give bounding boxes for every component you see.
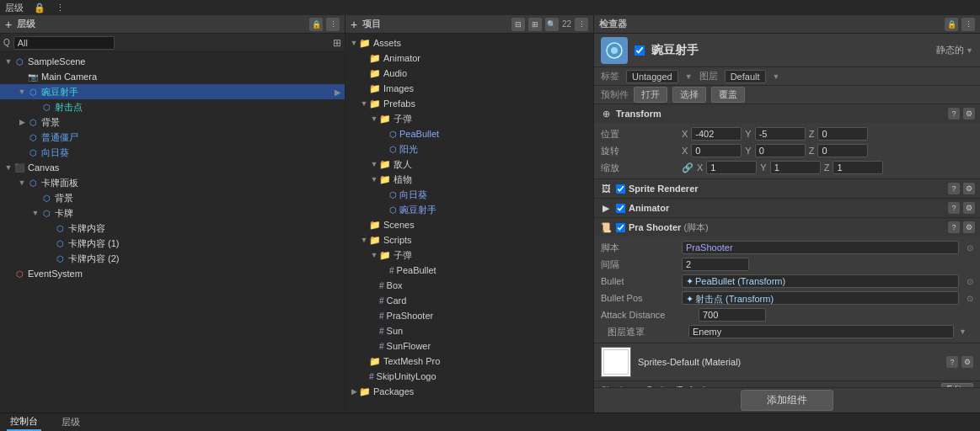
- folder-enemies[interactable]: ▼ 📁 敌人: [345, 157, 593, 172]
- pra-shooter-settings-btn[interactable]: ⚙: [963, 221, 975, 233]
- file-box-script[interactable]: # Box: [345, 278, 593, 293]
- tree-item-cardcontent1[interactable]: ⬡ 卡牌内容 (1): [0, 236, 345, 251]
- scale-z-input[interactable]: [833, 161, 883, 174]
- pra-shooter-help-btn[interactable]: ?: [948, 221, 960, 233]
- bulletpos-target-icon[interactable]: ⊙: [967, 294, 973, 303]
- bullet-value[interactable]: ✦PeaBullet (Transform): [682, 274, 959, 288]
- tree-item-canvas[interactable]: ▼ ⬛ Canvas: [0, 160, 345, 175]
- pos-y-input[interactable]: [755, 127, 806, 141]
- tree-item-peashoooter[interactable]: ▼ ⬡ 豌豆射手 ▶: [0, 84, 345, 99]
- rot-z-input[interactable]: [817, 144, 868, 157]
- interval-input[interactable]: [682, 258, 749, 271]
- tree-item-samplescene[interactable]: ▼ ⬡ SampleScene: [0, 54, 345, 69]
- project-zoom-icon[interactable]: 🔍: [545, 18, 559, 31]
- lock-icon[interactable]: 🔒: [34, 3, 46, 13]
- hierarchy-more-btn[interactable]: ⋮: [326, 18, 340, 31]
- layer-menu[interactable]: 层级: [5, 2, 24, 14]
- tree-item-card[interactable]: ▼ ⬡ 卡牌: [0, 205, 345, 221]
- tree-item-shootpoint[interactable]: ⬡ 射击点: [0, 99, 345, 114]
- file-sun-script[interactable]: # Sun: [345, 323, 593, 338]
- rot-x-input[interactable]: [691, 144, 742, 157]
- tree-item-cardboard[interactable]: ▼ ⬡ 卡牌面板: [0, 175, 345, 190]
- more-icon[interactable]: ⋮: [56, 3, 65, 13]
- hierarchy-grid-icon[interactable]: ⊞: [333, 37, 341, 49]
- sprite-renderer-header[interactable]: 🖼 Sprite Renderer ? ⚙: [594, 179, 980, 198]
- attackdist-input[interactable]: [699, 308, 766, 322]
- folder-textmesh[interactable]: 📁 TextMesh Pro: [345, 354, 593, 369]
- layermask-dropdown[interactable]: Enemy: [688, 325, 954, 338]
- sprite-renderer-checkbox[interactable]: [616, 184, 625, 194]
- scale-y-input[interactable]: [770, 161, 821, 174]
- folder-assets[interactable]: ▼ 📁 Assets: [345, 35, 593, 51]
- rot-y-input[interactable]: [755, 144, 806, 157]
- transform-settings-btn[interactable]: ⚙: [963, 108, 975, 120]
- folder-packages[interactable]: ▶ 📁 Packages: [345, 384, 593, 399]
- override-btn[interactable]: 覆盖: [711, 87, 745, 103]
- static-dropdown[interactable]: 静态的 ▼: [936, 44, 973, 56]
- hierarchy-lock-btn[interactable]: 🔒: [309, 18, 323, 31]
- file-card-script[interactable]: # Card: [345, 293, 593, 308]
- animator-header[interactable]: ▶ Animator ? ⚙: [594, 199, 980, 217]
- pra-shooter-header[interactable]: 📜 Pra Shooter (脚本) ? ⚙: [594, 218, 980, 237]
- project-icon1[interactable]: ⊟: [511, 18, 525, 31]
- pos-x-input[interactable]: [691, 127, 742, 141]
- folder-plants[interactable]: ▼ 📁 植物: [345, 172, 593, 187]
- inspector-more-btn[interactable]: ⋮: [961, 18, 975, 31]
- file-skipunitylogo[interactable]: # SkipUnityLogo: [345, 369, 593, 384]
- go-checkbox-input[interactable]: [635, 45, 645, 56]
- folder-bullet[interactable]: ▼ 📁 子弹: [345, 111, 593, 126]
- tree-item-background[interactable]: ▶ ⬡ 背景: [0, 114, 345, 130]
- script-value[interactable]: PraShooter: [682, 241, 959, 254]
- material-settings-btn[interactable]: ⚙: [961, 356, 973, 368]
- go-active-checkbox[interactable]: [635, 45, 645, 56]
- animator-help-btn[interactable]: ?: [948, 202, 960, 214]
- file-sunflower-script[interactable]: # SunFlower: [345, 338, 593, 354]
- folder-audio[interactable]: 📁 Audio: [345, 66, 593, 81]
- tree-item-maincamera[interactable]: 📷 Main Camera: [0, 69, 345, 84]
- file-peabullet-script[interactable]: # PeaBullet: [345, 263, 593, 278]
- tree-item-sunflower-hier[interactable]: ⬡ 向日葵: [0, 145, 345, 160]
- script-target-icon[interactable]: ⊙: [967, 243, 973, 253]
- scale-x-input[interactable]: [706, 161, 757, 174]
- transform-help-btn[interactable]: ?: [948, 108, 960, 120]
- project-icon2[interactable]: ⊞: [528, 18, 542, 31]
- tree-item-enemy[interactable]: ⬡ 普通僵尸: [0, 130, 345, 145]
- animator-settings-btn[interactable]: ⚙: [963, 202, 975, 214]
- layer-value[interactable]: Default: [725, 70, 766, 83]
- material-help-btn[interactable]: ?: [946, 356, 958, 368]
- hierarchy-add-icon[interactable]: +: [5, 18, 12, 31]
- add-component-btn[interactable]: 添加组件: [741, 390, 833, 411]
- tree-item-cardcontent0[interactable]: ⬡ 卡牌内容: [0, 221, 345, 236]
- sprite-renderer-settings-btn[interactable]: ⚙: [963, 183, 975, 194]
- pos-z-input[interactable]: [817, 127, 868, 141]
- project-add-icon[interactable]: +: [351, 18, 357, 31]
- sprite-renderer-help-btn[interactable]: ?: [948, 183, 960, 194]
- file-peabullet-prefab[interactable]: ⬡ PeaBullet: [345, 126, 593, 141]
- folder-images[interactable]: 📁 Images: [345, 81, 593, 96]
- select-btn[interactable]: 选择: [672, 87, 706, 103]
- folder-scenes[interactable]: 📁 Scenes: [345, 217, 593, 232]
- project-more-btn[interactable]: ⋮: [575, 18, 588, 31]
- open-btn[interactable]: 打开: [634, 87, 667, 103]
- folder-animator[interactable]: 📁 Animator: [345, 51, 593, 66]
- pra-shooter-checkbox[interactable]: [616, 223, 625, 232]
- hierarchy-search-input[interactable]: [13, 36, 115, 50]
- folder-prefabs[interactable]: ▼ 📁 Prefabs: [345, 96, 593, 111]
- file-sunshine[interactable]: ⬡ 阳光: [345, 141, 593, 157]
- tab-layers[interactable]: 层级: [58, 414, 83, 430]
- folder-bullet-scripts[interactable]: ▼ 📁 子弹: [345, 247, 593, 263]
- file-peashoooter-prefab[interactable]: ⬡ 豌豆射手: [345, 202, 593, 217]
- animator-checkbox[interactable]: [616, 204, 625, 213]
- bullet-target-icon[interactable]: ⊙: [967, 277, 973, 286]
- tab-console[interactable]: 控制台: [7, 413, 41, 431]
- transform-header[interactable]: ⊕ Transform ? ⚙: [594, 104, 980, 123]
- file-prashooter-script[interactable]: # PraShooter: [345, 308, 593, 323]
- tree-item-bg2[interactable]: ⬡ 背景: [0, 190, 345, 205]
- inspector-lock-btn[interactable]: 🔒: [945, 18, 958, 31]
- folder-scripts[interactable]: ▼ 📁 Scripts: [345, 232, 593, 247]
- tag-value[interactable]: Untagged: [626, 70, 678, 83]
- tree-item-eventsystem[interactable]: ⬡ EventSystem: [0, 266, 345, 281]
- file-sunflower-prefab[interactable]: ⬡ 向日葵: [345, 187, 593, 202]
- bulletpos-value[interactable]: ✦射击点 (Transform): [682, 291, 959, 305]
- tree-item-cardcontent2[interactable]: ⬡ 卡牌内容 (2): [0, 251, 345, 266]
